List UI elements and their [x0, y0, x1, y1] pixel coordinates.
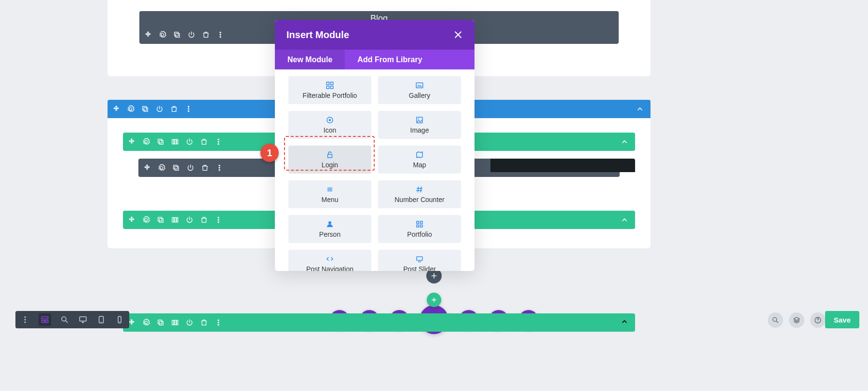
duplicate-icon[interactable] [157, 319, 164, 326]
columns-icon[interactable] [171, 319, 179, 326]
tablet-view-icon[interactable] [96, 315, 106, 324]
more-icon[interactable] [185, 105, 192, 113]
modal-header: Insert Module [275, 20, 475, 50]
modal-body: Filterable PortfolioGalleryIconImageLogi… [275, 69, 475, 271]
close-icon[interactable] [453, 30, 463, 40]
module-item-label: Post Navigation [306, 265, 353, 271]
columns-icon[interactable] [171, 216, 179, 224]
module-item-portfolio[interactable]: Portfolio [378, 215, 461, 243]
duplicate-icon[interactable] [172, 164, 180, 172]
module-item-label: Icon [324, 126, 336, 134]
trash-icon[interactable] [202, 31, 210, 39]
chevron-up-icon[interactable] [636, 105, 644, 115]
image-icon [415, 116, 424, 124]
module-item-label: Image [410, 126, 429, 134]
modal-title: Insert Module [286, 29, 349, 40]
preview-toolbar [15, 311, 129, 328]
search-button[interactable] [768, 312, 783, 328]
zoom-icon[interactable] [60, 315, 69, 324]
insert-module-modal: Insert Module New Module Add From Librar… [275, 20, 475, 271]
module-item-menu[interactable]: Menu [288, 180, 371, 208]
portfolio-grid-icon [415, 220, 424, 229]
slider-icon [415, 255, 424, 263]
person-icon [326, 220, 334, 229]
more-icon[interactable] [215, 319, 222, 326]
move-icon[interactable] [128, 138, 136, 146]
module-item-gallery[interactable]: Gallery [378, 76, 461, 104]
trash-icon[interactable] [170, 105, 178, 113]
target-icon [326, 116, 334, 124]
power-icon[interactable] [156, 105, 163, 113]
help-button[interactable] [810, 312, 826, 328]
move-icon[interactable] [128, 216, 136, 224]
module-item-label: Person [319, 230, 340, 238]
more-icon[interactable] [217, 31, 224, 39]
module-item-filterable-portfolio[interactable]: Filterable Portfolio [288, 76, 371, 104]
add-section-button[interactable] [427, 293, 441, 307]
power-icon[interactable] [186, 216, 193, 224]
gear-icon[interactable] [127, 105, 135, 113]
duplicate-icon[interactable] [157, 138, 164, 146]
module-item-label: Portfolio [407, 230, 432, 238]
trash-icon[interactable] [200, 216, 208, 224]
row-teal-bottom [123, 313, 635, 332]
duplicate-icon[interactable] [173, 31, 181, 39]
chevron-up-icon[interactable] [621, 138, 628, 148]
layers-button[interactable] [789, 312, 804, 328]
gear-icon[interactable] [158, 164, 165, 172]
module-item-map[interactable]: Map [378, 146, 461, 174]
columns-icon[interactable] [171, 138, 179, 146]
more-icon[interactable] [20, 315, 30, 324]
module-item-label: Post Slider [403, 265, 436, 271]
trash-icon[interactable] [200, 319, 208, 326]
grid-filter-icon [326, 81, 334, 90]
wireframe-view-icon[interactable] [39, 313, 51, 326]
power-icon[interactable] [187, 164, 194, 172]
save-button[interactable]: Save [825, 311, 859, 328]
module-item-post-slider[interactable]: Post Slider [378, 250, 461, 271]
duplicate-icon[interactable] [157, 216, 164, 224]
module-item-person[interactable]: Person [288, 215, 371, 243]
unlock-icon [326, 150, 334, 159]
desktop-view-icon[interactable] [78, 315, 88, 324]
tab-new-module[interactable]: New Module [275, 50, 345, 69]
modal-tabs: New Module Add From Library [275, 50, 475, 69]
gallery-icon [415, 81, 424, 90]
module-item-image[interactable]: Image [378, 111, 461, 139]
module-item-label: Filterable Portfolio [303, 92, 357, 99]
gear-icon[interactable] [142, 216, 150, 224]
module-item-login[interactable]: Login [288, 146, 371, 174]
module-item-label: Gallery [409, 92, 430, 99]
callout-number: 1 [260, 144, 279, 162]
module-item-label: Number Counter [394, 196, 445, 203]
power-icon[interactable] [188, 31, 195, 39]
map-icon [415, 150, 424, 159]
gear-icon[interactable] [142, 138, 150, 146]
chevron-up-icon[interactable] [621, 216, 628, 226]
more-icon[interactable] [215, 138, 222, 146]
module-item-label: Login [322, 161, 338, 169]
power-icon[interactable] [186, 319, 193, 326]
module-item-post-navigation[interactable]: Post Navigation [288, 250, 371, 271]
module-item-label: Menu [321, 196, 338, 203]
hash-icon [415, 185, 424, 194]
move-icon[interactable] [112, 105, 120, 113]
trash-icon[interactable] [201, 164, 209, 172]
move-icon[interactable] [144, 31, 152, 39]
phone-view-icon[interactable] [115, 315, 124, 324]
code-arrows-icon [326, 255, 334, 263]
trash-icon[interactable] [200, 138, 208, 146]
duplicate-icon[interactable] [141, 105, 149, 113]
gear-icon[interactable] [159, 31, 166, 39]
gear-icon[interactable] [142, 319, 150, 326]
menu-lines-icon [326, 185, 334, 194]
power-icon[interactable] [186, 138, 193, 146]
chevron-up-icon[interactable] [621, 318, 628, 327]
module-item-icon[interactable]: Icon [288, 111, 371, 139]
more-icon[interactable] [216, 164, 223, 172]
help-buttons [768, 312, 826, 328]
more-icon[interactable] [215, 216, 222, 224]
module-item-number-counter[interactable]: Number Counter [378, 180, 461, 208]
tab-add-from-library[interactable]: Add From Library [345, 50, 434, 69]
move-icon[interactable] [143, 164, 151, 172]
